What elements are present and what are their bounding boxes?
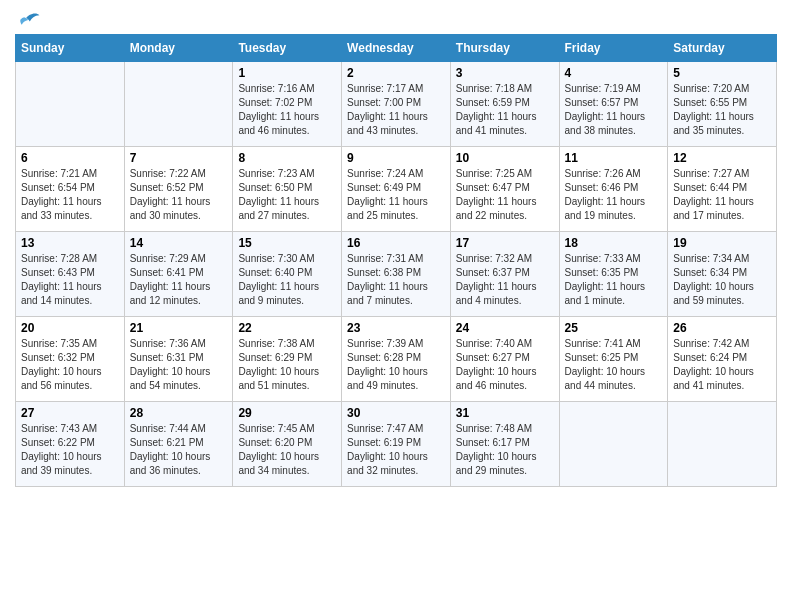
day-number: 10: [456, 151, 554, 165]
calendar-cell: 22Sunrise: 7:38 AMSunset: 6:29 PMDayligh…: [233, 317, 342, 402]
day-info: Sunrise: 7:48 AMSunset: 6:17 PMDaylight:…: [456, 422, 554, 478]
day-number: 31: [456, 406, 554, 420]
day-number: 27: [21, 406, 119, 420]
day-info: Sunrise: 7:40 AMSunset: 6:27 PMDaylight:…: [456, 337, 554, 393]
day-info: Sunrise: 7:26 AMSunset: 6:46 PMDaylight:…: [565, 167, 663, 223]
day-info: Sunrise: 7:42 AMSunset: 6:24 PMDaylight:…: [673, 337, 771, 393]
day-number: 21: [130, 321, 228, 335]
day-number: 19: [673, 236, 771, 250]
day-info: Sunrise: 7:20 AMSunset: 6:55 PMDaylight:…: [673, 82, 771, 138]
day-number: 2: [347, 66, 445, 80]
calendar-cell: 9Sunrise: 7:24 AMSunset: 6:49 PMDaylight…: [342, 147, 451, 232]
calendar-table: SundayMondayTuesdayWednesdayThursdayFrid…: [15, 34, 777, 487]
calendar-cell: 5Sunrise: 7:20 AMSunset: 6:55 PMDaylight…: [668, 62, 777, 147]
day-header-friday: Friday: [559, 35, 668, 62]
calendar-cell: 19Sunrise: 7:34 AMSunset: 6:34 PMDayligh…: [668, 232, 777, 317]
day-number: 9: [347, 151, 445, 165]
calendar-cell: 2Sunrise: 7:17 AMSunset: 7:00 PMDaylight…: [342, 62, 451, 147]
day-number: 25: [565, 321, 663, 335]
day-number: 30: [347, 406, 445, 420]
day-info: Sunrise: 7:38 AMSunset: 6:29 PMDaylight:…: [238, 337, 336, 393]
day-number: 20: [21, 321, 119, 335]
day-number: 6: [21, 151, 119, 165]
calendar-cell: 30Sunrise: 7:47 AMSunset: 6:19 PMDayligh…: [342, 402, 451, 487]
day-number: 16: [347, 236, 445, 250]
calendar-cell: [668, 402, 777, 487]
day-info: Sunrise: 7:45 AMSunset: 6:20 PMDaylight:…: [238, 422, 336, 478]
day-info: Sunrise: 7:21 AMSunset: 6:54 PMDaylight:…: [21, 167, 119, 223]
page-header: [15, 10, 777, 26]
day-info: Sunrise: 7:44 AMSunset: 6:21 PMDaylight:…: [130, 422, 228, 478]
day-info: Sunrise: 7:28 AMSunset: 6:43 PMDaylight:…: [21, 252, 119, 308]
day-info: Sunrise: 7:41 AMSunset: 6:25 PMDaylight:…: [565, 337, 663, 393]
day-info: Sunrise: 7:47 AMSunset: 6:19 PMDaylight:…: [347, 422, 445, 478]
day-info: Sunrise: 7:33 AMSunset: 6:35 PMDaylight:…: [565, 252, 663, 308]
calendar-cell: 25Sunrise: 7:41 AMSunset: 6:25 PMDayligh…: [559, 317, 668, 402]
calendar-cell: 4Sunrise: 7:19 AMSunset: 6:57 PMDaylight…: [559, 62, 668, 147]
calendar-cell: 27Sunrise: 7:43 AMSunset: 6:22 PMDayligh…: [16, 402, 125, 487]
calendar-cell: 13Sunrise: 7:28 AMSunset: 6:43 PMDayligh…: [16, 232, 125, 317]
calendar-cell: 15Sunrise: 7:30 AMSunset: 6:40 PMDayligh…: [233, 232, 342, 317]
day-header-wednesday: Wednesday: [342, 35, 451, 62]
logo: [15, 10, 41, 26]
calendar-cell: 23Sunrise: 7:39 AMSunset: 6:28 PMDayligh…: [342, 317, 451, 402]
day-number: 12: [673, 151, 771, 165]
calendar-cell: 18Sunrise: 7:33 AMSunset: 6:35 PMDayligh…: [559, 232, 668, 317]
day-header-monday: Monday: [124, 35, 233, 62]
calendar-cell: 7Sunrise: 7:22 AMSunset: 6:52 PMDaylight…: [124, 147, 233, 232]
day-number: 11: [565, 151, 663, 165]
calendar-cell: 20Sunrise: 7:35 AMSunset: 6:32 PMDayligh…: [16, 317, 125, 402]
calendar-cell: 29Sunrise: 7:45 AMSunset: 6:20 PMDayligh…: [233, 402, 342, 487]
calendar-cell: 8Sunrise: 7:23 AMSunset: 6:50 PMDaylight…: [233, 147, 342, 232]
calendar-cell: [124, 62, 233, 147]
day-info: Sunrise: 7:36 AMSunset: 6:31 PMDaylight:…: [130, 337, 228, 393]
day-number: 5: [673, 66, 771, 80]
day-header-saturday: Saturday: [668, 35, 777, 62]
calendar-cell: 31Sunrise: 7:48 AMSunset: 6:17 PMDayligh…: [450, 402, 559, 487]
day-number: 29: [238, 406, 336, 420]
calendar-cell: 16Sunrise: 7:31 AMSunset: 6:38 PMDayligh…: [342, 232, 451, 317]
calendar-cell: 28Sunrise: 7:44 AMSunset: 6:21 PMDayligh…: [124, 402, 233, 487]
day-info: Sunrise: 7:31 AMSunset: 6:38 PMDaylight:…: [347, 252, 445, 308]
calendar-cell: 6Sunrise: 7:21 AMSunset: 6:54 PMDaylight…: [16, 147, 125, 232]
calendar-cell: 21Sunrise: 7:36 AMSunset: 6:31 PMDayligh…: [124, 317, 233, 402]
day-header-sunday: Sunday: [16, 35, 125, 62]
day-number: 7: [130, 151, 228, 165]
calendar-cell: 17Sunrise: 7:32 AMSunset: 6:37 PMDayligh…: [450, 232, 559, 317]
day-number: 28: [130, 406, 228, 420]
day-info: Sunrise: 7:43 AMSunset: 6:22 PMDaylight:…: [21, 422, 119, 478]
day-number: 24: [456, 321, 554, 335]
day-info: Sunrise: 7:23 AMSunset: 6:50 PMDaylight:…: [238, 167, 336, 223]
day-info: Sunrise: 7:18 AMSunset: 6:59 PMDaylight:…: [456, 82, 554, 138]
day-info: Sunrise: 7:39 AMSunset: 6:28 PMDaylight:…: [347, 337, 445, 393]
calendar-cell: 26Sunrise: 7:42 AMSunset: 6:24 PMDayligh…: [668, 317, 777, 402]
calendar-cell: [16, 62, 125, 147]
calendar-cell: 1Sunrise: 7:16 AMSunset: 7:02 PMDaylight…: [233, 62, 342, 147]
day-info: Sunrise: 7:32 AMSunset: 6:37 PMDaylight:…: [456, 252, 554, 308]
day-info: Sunrise: 7:30 AMSunset: 6:40 PMDaylight:…: [238, 252, 336, 308]
day-number: 3: [456, 66, 554, 80]
day-info: Sunrise: 7:22 AMSunset: 6:52 PMDaylight:…: [130, 167, 228, 223]
day-number: 26: [673, 321, 771, 335]
calendar-cell: 10Sunrise: 7:25 AMSunset: 6:47 PMDayligh…: [450, 147, 559, 232]
calendar-cell: 11Sunrise: 7:26 AMSunset: 6:46 PMDayligh…: [559, 147, 668, 232]
logo-bird-icon: [17, 10, 41, 30]
day-info: Sunrise: 7:34 AMSunset: 6:34 PMDaylight:…: [673, 252, 771, 308]
day-info: Sunrise: 7:24 AMSunset: 6:49 PMDaylight:…: [347, 167, 445, 223]
day-number: 17: [456, 236, 554, 250]
calendar-cell: [559, 402, 668, 487]
day-number: 14: [130, 236, 228, 250]
day-info: Sunrise: 7:19 AMSunset: 6:57 PMDaylight:…: [565, 82, 663, 138]
day-info: Sunrise: 7:35 AMSunset: 6:32 PMDaylight:…: [21, 337, 119, 393]
day-number: 15: [238, 236, 336, 250]
day-header-tuesday: Tuesday: [233, 35, 342, 62]
day-number: 22: [238, 321, 336, 335]
day-info: Sunrise: 7:25 AMSunset: 6:47 PMDaylight:…: [456, 167, 554, 223]
day-number: 8: [238, 151, 336, 165]
day-number: 4: [565, 66, 663, 80]
calendar-cell: 24Sunrise: 7:40 AMSunset: 6:27 PMDayligh…: [450, 317, 559, 402]
calendar-cell: 14Sunrise: 7:29 AMSunset: 6:41 PMDayligh…: [124, 232, 233, 317]
day-info: Sunrise: 7:17 AMSunset: 7:00 PMDaylight:…: [347, 82, 445, 138]
day-number: 18: [565, 236, 663, 250]
day-header-thursday: Thursday: [450, 35, 559, 62]
